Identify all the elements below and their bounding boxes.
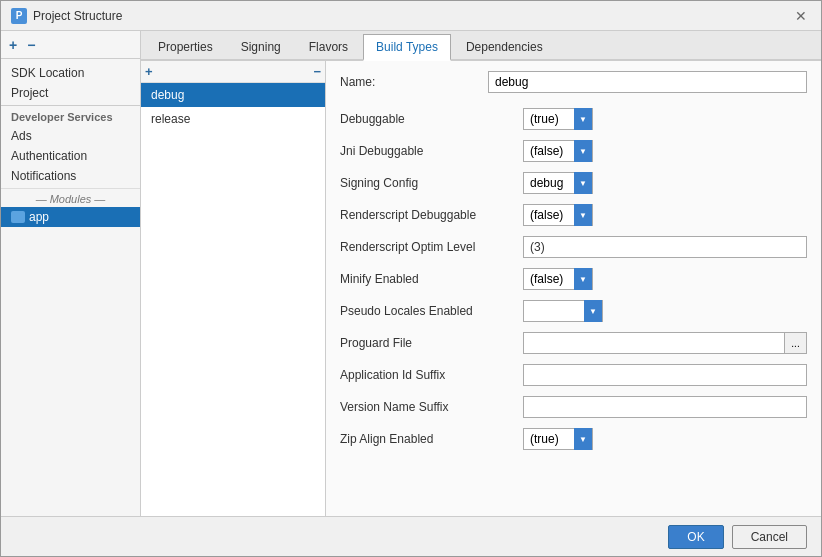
prop-dropdown-debuggable: (true) [523,108,593,130]
prop-label-debuggable: Debuggable [340,112,515,126]
prop-row-renderscript-debuggable: Renderscript Debuggable (false) [340,203,807,227]
build-remove-button[interactable]: − [313,64,321,79]
prop-dropdown-renderscript-debuggable: (false) [523,204,593,226]
name-row: Name: [340,71,807,93]
build-list-item-debug[interactable]: debug [141,83,325,107]
tab-properties[interactable]: Properties [145,34,226,59]
prop-dropdown-minify-enabled: (false) [523,268,593,290]
sidebar-add-button[interactable]: + [7,37,19,53]
build-add-button[interactable]: + [145,64,153,79]
prop-value-minify-enabled: (false) [524,271,574,287]
dialog-body: + − SDK Location Project Developer Servi… [1,31,821,516]
prop-label-renderscript-optim-level: Renderscript Optim Level [340,240,515,254]
prop-row-proguard-file: Proguard File ... [340,331,807,355]
sidebar-section-developer-services: Developer Services [1,108,140,126]
sidebar-remove-button[interactable]: − [25,37,37,53]
cancel-button[interactable]: Cancel [732,525,807,549]
prop-input-application-id-suffix[interactable] [523,364,807,386]
sidebar-item-sdk-location[interactable]: SDK Location [1,63,140,83]
name-input[interactable] [488,71,807,93]
prop-dropdown-pseudo-locales-enabled [523,300,603,322]
prop-label-signing-config: Signing Config [340,176,515,190]
build-list-items: debug release [141,83,325,516]
prop-value-signing-config: debug [524,175,574,191]
prop-row-pseudo-locales-enabled: Pseudo Locales Enabled [340,299,807,323]
prop-row-jni-debuggable: Jni Debuggable (false) [340,139,807,163]
build-types-list: + − debug release [141,61,326,516]
content-area: + − debug release Name: [141,61,821,516]
build-list-item-release[interactable]: release [141,107,325,131]
prop-label-minify-enabled: Minify Enabled [340,272,515,286]
dialog-footer: OK Cancel [1,516,821,556]
prop-dropdown-btn-signing-config[interactable] [574,172,592,194]
prop-dropdown-signing-config: debug [523,172,593,194]
prop-value-renderscript-debuggable: (false) [524,207,574,223]
prop-dropdown-jni-debuggable: (false) [523,140,593,162]
app-icon: P [11,8,27,24]
tab-bar: Properties Signing Flavors Build Types D… [141,31,821,61]
prop-label-renderscript-debuggable: Renderscript Debuggable [340,208,515,222]
tab-build-types[interactable]: Build Types [363,34,451,61]
name-label: Name: [340,75,480,89]
prop-dropdown-zip-align-enabled: (true) [523,428,593,450]
sidebar: + − SDK Location Project Developer Servi… [1,31,141,516]
prop-browse-btn-proguard[interactable]: ... [785,332,807,354]
prop-row-version-name-suffix: Version Name Suffix [340,395,807,419]
prop-row-minify-enabled: Minify Enabled (false) [340,267,807,291]
sidebar-app-label: app [29,210,49,224]
prop-dropdown-btn-zip-align-enabled[interactable] [574,428,592,450]
prop-label-proguard-file: Proguard File [340,336,515,350]
prop-row-debuggable: Debuggable (true) [340,107,807,131]
prop-dropdown-btn-pseudo-locales-enabled[interactable] [584,300,602,322]
prop-row-renderscript-optim-level: Renderscript Optim Level (3) [340,235,807,259]
prop-value-pseudo-locales-enabled [524,310,584,312]
prop-dropdown-btn-debuggable[interactable] [574,108,592,130]
modules-section-label: — Modules — [1,188,140,207]
prop-input-proguard-file[interactable] [523,332,785,354]
sidebar-item-authentication[interactable]: Authentication [1,146,140,166]
prop-value-zip-align-enabled: (true) [524,431,574,447]
sidebar-item-project[interactable]: Project [1,83,140,103]
sidebar-toolbar: + − [1,31,140,59]
properties-panel: Name: Debuggable (true) Jni Debuggable [326,61,821,516]
prop-dropdown-btn-jni-debuggable[interactable] [574,140,592,162]
title-bar: P Project Structure ✕ [1,1,821,31]
prop-row-zip-align-enabled: Zip Align Enabled (true) [340,427,807,451]
prop-dropdown-btn-minify-enabled[interactable] [574,268,592,290]
dialog-title: Project Structure [33,9,122,23]
prop-input-browse-proguard: ... [523,332,807,354]
prop-label-version-name-suffix: Version Name Suffix [340,400,515,414]
module-icon [11,211,25,223]
prop-row-signing-config: Signing Config debug [340,171,807,195]
ok-button[interactable]: OK [668,525,723,549]
prop-dropdown-btn-renderscript-debuggable[interactable] [574,204,592,226]
prop-label-application-id-suffix: Application Id Suffix [340,368,515,382]
prop-label-jni-debuggable: Jni Debuggable [340,144,515,158]
close-button[interactable]: ✕ [791,8,811,24]
project-structure-dialog: P Project Structure ✕ + − SDK Location P… [0,0,822,557]
prop-value-debuggable: (true) [524,111,574,127]
sidebar-item-app[interactable]: app [1,207,140,227]
main-content: Properties Signing Flavors Build Types D… [141,31,821,516]
tab-dependencies[interactable]: Dependencies [453,34,556,59]
sidebar-items: SDK Location Project Developer Services … [1,59,140,516]
sidebar-item-notifications[interactable]: Notifications [1,166,140,186]
prop-input-version-name-suffix[interactable] [523,396,807,418]
build-list-toolbar: + − [141,61,325,83]
tab-signing[interactable]: Signing [228,34,294,59]
tab-flavors[interactable]: Flavors [296,34,361,59]
prop-row-application-id-suffix: Application Id Suffix [340,363,807,387]
prop-label-pseudo-locales-enabled: Pseudo Locales Enabled [340,304,515,318]
sidebar-item-ads[interactable]: Ads [1,126,140,146]
prop-value-renderscript-optim-level: (3) [523,236,807,258]
prop-value-jni-debuggable: (false) [524,143,574,159]
prop-label-zip-align-enabled: Zip Align Enabled [340,432,515,446]
